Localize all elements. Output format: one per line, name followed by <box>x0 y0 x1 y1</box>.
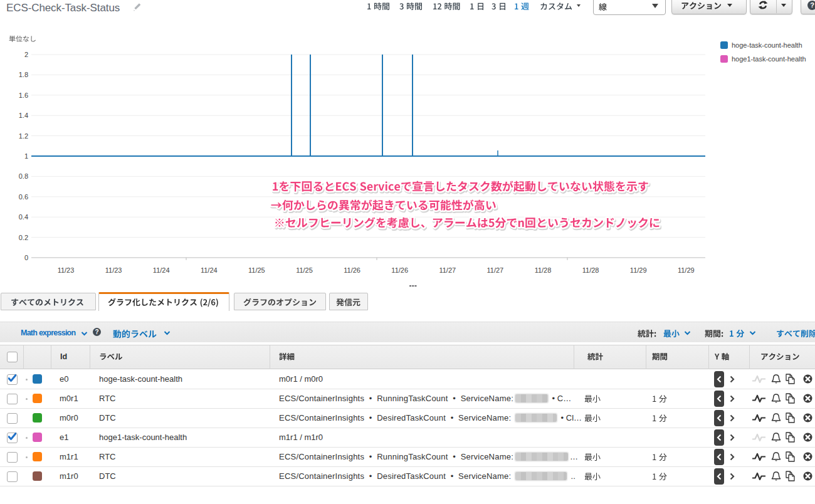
svg-text:1.4: 1.4 <box>19 112 28 119</box>
svg-text:1: 1 <box>24 152 28 160</box>
svg-text:hoge-task-count-health: hoge-task-count-health <box>732 41 802 49</box>
svg-text:0.4: 0.4 <box>19 213 28 221</box>
svg-text:11/24: 11/24 <box>201 266 218 274</box>
svg-text:11/27: 11/27 <box>487 266 504 274</box>
svg-text:11/26: 11/26 <box>391 266 408 274</box>
svg-text:1.8: 1.8 <box>19 71 28 78</box>
svg-text:11/26: 11/26 <box>344 266 360 274</box>
svg-text:1.6: 1.6 <box>19 92 28 99</box>
svg-text:11/27: 11/27 <box>439 266 456 274</box>
svg-text:1.2: 1.2 <box>19 132 28 140</box>
svg-text:11/29: 11/29 <box>630 266 647 274</box>
svg-text:11/29: 11/29 <box>678 266 695 274</box>
svg-text:11/24: 11/24 <box>153 266 170 274</box>
svg-text:0: 0 <box>24 254 28 261</box>
svg-text:11/28: 11/28 <box>535 266 552 274</box>
svg-text:11/23: 11/23 <box>105 266 122 274</box>
svg-text:2: 2 <box>24 51 28 58</box>
svg-text:11/25: 11/25 <box>248 266 265 274</box>
svg-text:0.8: 0.8 <box>19 172 28 180</box>
svg-text:11/28: 11/28 <box>582 266 599 274</box>
svg-text:0.2: 0.2 <box>19 234 28 241</box>
svg-text:0.6: 0.6 <box>19 193 28 201</box>
svg-text:11/25: 11/25 <box>296 266 313 274</box>
svg-text:hoge1-task-count-health: hoge1-task-count-health <box>732 55 806 63</box>
svg-text:11/23: 11/23 <box>58 266 75 274</box>
